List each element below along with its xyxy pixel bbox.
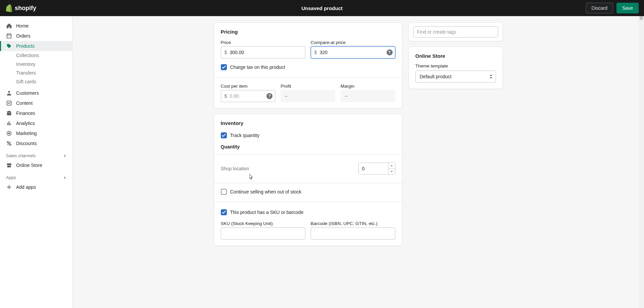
topbar: shopify Unsaved product Discard Save (0, 0, 644, 16)
save-button[interactable]: Save (616, 3, 639, 13)
nav-label: Discounts (16, 141, 37, 146)
nav-customers[interactable]: Customers (0, 88, 72, 98)
help-icon[interactable]: ? (387, 49, 393, 55)
nav-products[interactable]: Products (0, 41, 72, 51)
nav-label: Content (16, 100, 33, 106)
profit-label: Profit (281, 84, 335, 89)
marketing-icon (6, 130, 12, 136)
nav-label: Finances (16, 111, 35, 116)
page-title: Unsaved product (301, 5, 343, 11)
currency-symbol: $ (314, 50, 317, 55)
svg-point-0 (8, 91, 10, 93)
apps-header[interactable]: Apps (0, 170, 72, 182)
stepper-up-button[interactable] (389, 163, 395, 169)
shopify-bag-icon (5, 4, 13, 12)
svg-point-5 (9, 144, 11, 145)
sku-input[interactable] (221, 227, 305, 239)
nav-discounts[interactable]: Discounts (0, 138, 72, 148)
nav-label: Orders (16, 33, 31, 39)
price-label: Price (221, 40, 305, 45)
stepper-down-button[interactable] (389, 169, 395, 175)
template-select[interactable]: Default product (415, 71, 496, 83)
cursor-icon (249, 174, 253, 180)
compare-at-label: Compare-at price (311, 40, 395, 45)
cost-label: Cost per item (221, 84, 276, 89)
chevron-right-icon (63, 153, 67, 158)
chevron-right-icon (63, 175, 67, 180)
brand-text: shopify (15, 5, 36, 12)
shopify-logo[interactable]: shopify (5, 4, 36, 12)
discounts-icon (6, 140, 12, 146)
content-icon (6, 100, 12, 106)
sales-channels-header[interactable]: Sales channels (0, 148, 72, 160)
divider (214, 154, 402, 155)
margin-value: -- (341, 90, 395, 102)
help-icon[interactable]: ? (266, 93, 273, 99)
plus-icon (6, 184, 12, 190)
divider (214, 183, 402, 183)
sidebar: Home Orders Products Collections Invento… (0, 16, 72, 308)
sku-toggle-checkbox[interactable]: This product has a SKU or barcode (221, 208, 395, 216)
barcode-input[interactable] (311, 227, 395, 239)
continue-selling-checkbox[interactable]: Continue selling when out of stock (221, 188, 395, 196)
barcode-label: Barcode (ISBN, UPC, GTIN, etc.) (311, 221, 395, 226)
nav-label: Marketing (16, 131, 37, 136)
discard-button[interactable]: Discard (586, 3, 613, 13)
section-label: Apps (6, 175, 16, 180)
quantity-heading: Quantity (221, 144, 395, 149)
sku-label: SKU (Stock Keeping Unit) (221, 221, 305, 226)
svg-point-3 (8, 132, 10, 134)
quantity-stepper[interactable] (358, 163, 395, 175)
template-value: Default product (420, 74, 452, 79)
page-scrollbar[interactable] (639, 0, 644, 308)
online-store-heading: Online Store (415, 53, 496, 59)
customers-icon (6, 90, 12, 96)
quantity-input[interactable] (359, 163, 388, 174)
section-label: Sales channels (6, 153, 36, 158)
nav-finances[interactable]: Finances (0, 108, 72, 118)
compare-at-input[interactable] (311, 46, 395, 58)
currency-symbol: $ (225, 93, 227, 99)
charge-tax-checkbox[interactable]: Charge tax on this product (221, 63, 395, 71)
select-chevron-icon (489, 74, 493, 79)
nav-label: Add apps (16, 184, 36, 190)
price-input[interactable] (221, 46, 305, 58)
nav-marketing[interactable]: Marketing (0, 128, 72, 138)
orders-icon (6, 33, 12, 39)
nav-label: Products (16, 43, 35, 49)
nav-inventory[interactable]: Inventory (0, 60, 72, 69)
nav-gift-cards[interactable]: Gift cards (0, 77, 72, 86)
nav-online-store[interactable]: Online Store (0, 160, 72, 170)
analytics-icon (6, 120, 12, 126)
products-icon (6, 43, 12, 49)
online-store-card: Online Store Theme template Default prod… (409, 47, 503, 89)
track-quantity-label: Track quantity (230, 133, 259, 138)
nav-content[interactable]: Content (0, 98, 72, 108)
checkbox-icon (221, 132, 227, 138)
svg-point-4 (7, 141, 9, 143)
nav-transfers[interactable]: Transfers (0, 69, 72, 77)
inventory-card: Inventory Track quantity Quantity Shop l… (214, 114, 402, 246)
main-content: Pricing Price $ Compare-at price (72, 16, 644, 308)
currency-symbol: $ (225, 50, 227, 55)
margin-label: Margin (341, 84, 395, 89)
checkbox-icon (221, 209, 227, 215)
pricing-heading: Pricing (221, 29, 395, 35)
pricing-card: Pricing Price $ Compare-at price (214, 23, 402, 108)
store-icon (6, 162, 12, 168)
checkbox-icon (221, 64, 227, 70)
nav-analytics[interactable]: Analytics (0, 118, 72, 128)
shop-location-label: Shop location (221, 166, 249, 171)
charge-tax-label: Charge tax on this product (230, 64, 285, 70)
nav-collections[interactable]: Collections (0, 51, 72, 60)
nav-label: Online Store (16, 163, 42, 168)
nav-label: Customers (16, 90, 39, 96)
profit-value: -- (281, 90, 335, 102)
track-quantity-checkbox[interactable]: Track quantity (221, 131, 395, 139)
nav-orders[interactable]: Orders (0, 31, 72, 41)
nav-add-apps[interactable]: Add apps (0, 182, 72, 192)
nav-label: Home (16, 23, 29, 29)
nav-home[interactable]: Home (0, 21, 72, 31)
tags-card (409, 23, 503, 41)
tags-input[interactable] (413, 26, 498, 38)
